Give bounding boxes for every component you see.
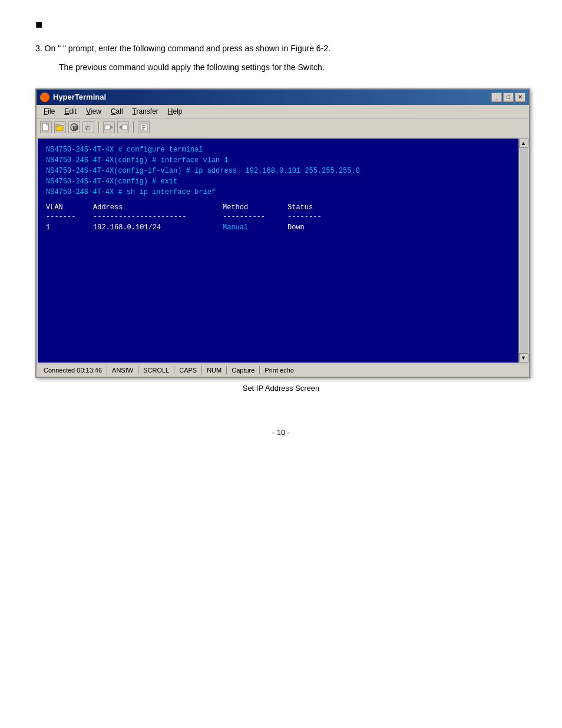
status-capture: Capture — [227, 366, 260, 374]
toolbar-separator-1 — [98, 121, 99, 133]
titlebar: HyperTerminal _ □ ✕ — [37, 90, 529, 105]
scrollbar[interactable]: ▲ ▼ — [518, 139, 528, 363]
statusbar: Connected 00:13:46 ANSIW SCROLL CAPS NUM… — [37, 364, 529, 377]
cell-method-1: Manual — [223, 223, 287, 232]
table-separator-row: ------- ---------------------- ---------… — [46, 213, 510, 221]
cell-addr-1: 192.168.0.101/24 — [93, 223, 223, 232]
intro-paragraph: 3. On " " prompt, enter the following co… — [35, 42, 527, 55]
terminal-line-2: NS4750-24S-4T-4X(config) # interface vla… — [46, 155, 510, 166]
bullet-point: ■ — [35, 18, 527, 31]
col-header-method: Method — [223, 203, 287, 212]
toolbar: ☎ ✆ — [37, 118, 529, 137]
content-area: NS4750-24S-4T-4X # configure terminal NS… — [37, 137, 529, 364]
toolbar-new-button[interactable] — [40, 121, 52, 133]
hyperterminal-window: HyperTerminal _ □ ✕ File Edit View Call … — [35, 88, 530, 378]
terminal-line-1: NS4750-24S-4T-4X # configure terminal — [46, 144, 510, 155]
scroll-down-button[interactable]: ▼ — [519, 353, 528, 363]
toolbar-recv-button[interactable] — [117, 121, 129, 133]
menu-transfer[interactable]: Transfer — [128, 106, 163, 117]
window-title: HyperTerminal — [53, 93, 106, 101]
terminal-table: VLAN Address Method Status ------- -----… — [46, 203, 510, 232]
scroll-track[interactable] — [520, 148, 528, 353]
scroll-up-button[interactable]: ▲ — [519, 139, 528, 148]
page-number: - 10 - — [35, 428, 527, 437]
menu-edit[interactable]: Edit — [59, 106, 81, 117]
toolbar-properties-button[interactable] — [138, 121, 150, 133]
terminal-line-3: NS4750-24S-4T-4X(config-if-vlan) # ip ad… — [46, 166, 510, 176]
menubar: File Edit View Call Transfer Help — [37, 105, 529, 118]
cell-vlan-1: 1 — [46, 223, 93, 232]
menu-file[interactable]: File — [39, 106, 59, 117]
title-left: HyperTerminal — [40, 93, 106, 102]
table-header-row: VLAN Address Method Status — [46, 203, 510, 212]
svg-rect-3 — [56, 124, 59, 126]
status-caps: CAPS — [174, 366, 202, 374]
col-header-status: Status — [287, 203, 346, 212]
status-encoding: ANSIW — [107, 366, 138, 374]
toolbar-hangup-button[interactable]: ✆ — [82, 121, 94, 133]
svg-rect-9 — [122, 125, 127, 130]
sep-vlan: ------- — [46, 213, 93, 221]
terminal-line-4: NS4750-24S-4T-4X(config) # exit — [46, 176, 510, 187]
window-controls[interactable]: _ □ ✕ — [491, 93, 525, 102]
sep-addr: ---------------------- — [93, 213, 223, 221]
close-button[interactable]: ✕ — [515, 93, 525, 102]
app-icon — [40, 93, 49, 102]
status-connected: Connected 00:13:46 — [39, 366, 107, 374]
toolbar-separator-2 — [133, 121, 134, 133]
svg-text:✆: ✆ — [85, 124, 90, 131]
svg-rect-7 — [105, 125, 110, 130]
svg-marker-10 — [119, 125, 122, 130]
minimize-button[interactable]: _ — [491, 93, 502, 102]
svg-text:☎: ☎ — [72, 125, 78, 131]
col-header-vlan: VLAN — [46, 203, 93, 212]
toolbar-send-button[interactable] — [103, 121, 115, 133]
status-scroll: SCROLL — [138, 366, 174, 374]
sub-text: The previous command would apply the fol… — [59, 61, 527, 74]
menu-help[interactable]: Help — [163, 106, 187, 117]
status-num: NUM — [202, 366, 227, 374]
table-row: 1 192.168.0.101/24 Manual Down — [46, 223, 510, 232]
terminal-display[interactable]: NS4750-24S-4T-4X # configure terminal NS… — [38, 139, 518, 363]
menu-call[interactable]: Call — [106, 106, 128, 117]
sep-method: ---------- — [223, 213, 287, 221]
status-print-echo: Print echo — [260, 366, 299, 374]
toolbar-open-button[interactable] — [54, 121, 66, 133]
toolbar-dial-button[interactable]: ☎ — [68, 121, 80, 133]
figure-caption: Set IP Address Screen — [35, 384, 527, 393]
maximize-button[interactable]: □ — [503, 93, 514, 102]
sep-status: -------- — [287, 213, 346, 221]
terminal-line-5: NS4750-24S-4T-4X # sh ip interface brief — [46, 187, 510, 197]
cell-status-1: Down — [287, 223, 346, 232]
col-header-address: Address — [93, 203, 223, 212]
svg-marker-8 — [110, 125, 113, 130]
menu-view[interactable]: View — [81, 106, 106, 117]
